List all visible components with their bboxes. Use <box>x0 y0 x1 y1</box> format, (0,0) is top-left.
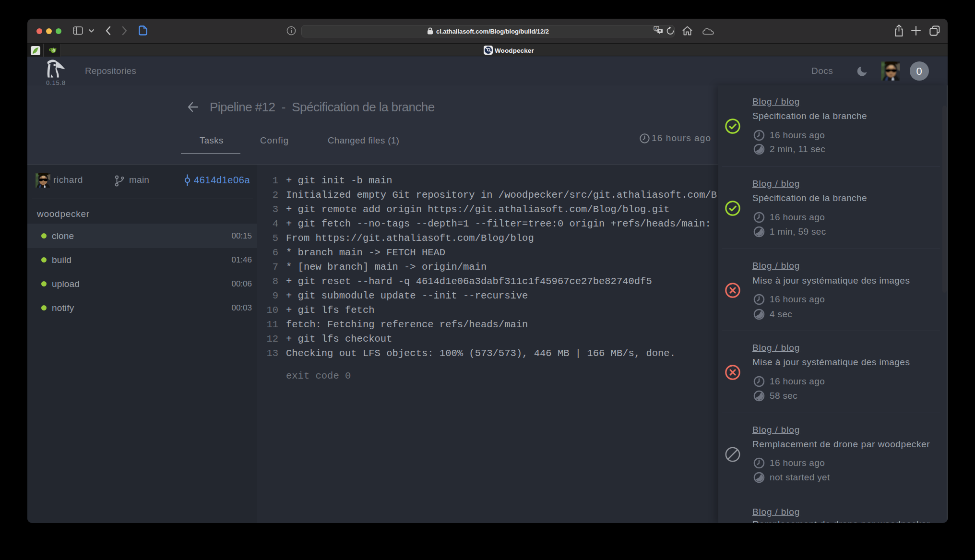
svg-text:A: A <box>655 26 658 31</box>
